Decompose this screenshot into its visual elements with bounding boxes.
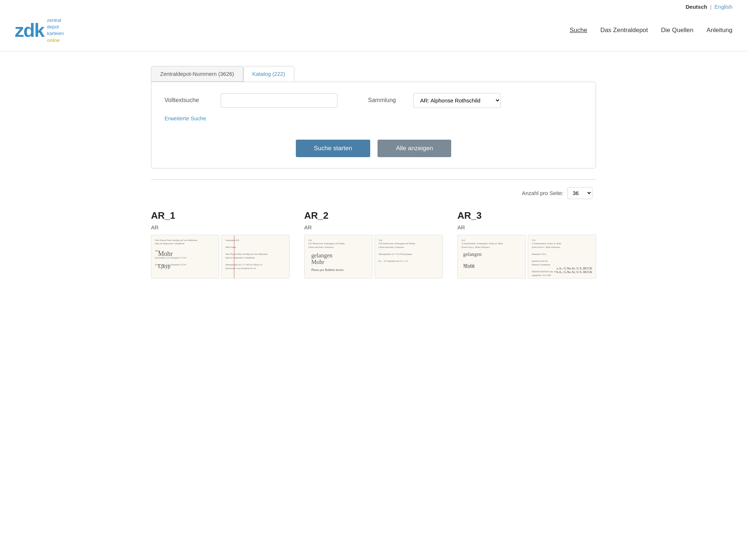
nav-zentraldepot[interactable]: Das Zentraldepot xyxy=(600,27,648,34)
result-image-ar3-1: A.R. A Zentraleinheit, Schätzigkeit, Sch… xyxy=(457,235,526,279)
card-sig2-ar2-1: Photo por Rabbits korter xyxy=(311,268,344,272)
card-text-ar2-2: Z.B. Z.B. Rückwesen, Schätzigkeit auf Te… xyxy=(379,239,441,263)
logo-online: online xyxy=(47,37,64,44)
results-grid: AR_1 AR Eine Flasche Wein, bestätigt auf… xyxy=(151,210,596,279)
logo-line2: depot xyxy=(47,24,64,30)
results-section: Anzahl pro Seite: 12 24 36 48 AR_1 AR Ei… xyxy=(151,179,596,279)
tab-katalog[interactable]: Katalog (222) xyxy=(243,66,294,82)
result-image-ar2-1: A.R. Z.B. Rückwesen, Schätzigkeit auf Te… xyxy=(304,235,372,279)
main-nav: Suche Das Zentraldepot Die Quellen Anlei… xyxy=(570,27,732,34)
result-collection-ar2: AR xyxy=(304,224,443,230)
result-title-ar1: AR_1 xyxy=(151,210,290,221)
result-collection-ar1: AR xyxy=(151,224,290,230)
nav-quellen[interactable]: Die Quellen xyxy=(661,27,693,34)
button-row: Suche starten Alle anzeigen xyxy=(165,140,582,157)
search-box: Volltextsuche Sammlung AR: Alphonse Roth… xyxy=(151,82,596,168)
result-item-ar1[interactable]: AR_1 AR Eine Flasche Wein, bestätigt auf… xyxy=(151,210,290,279)
tab-zentraldepot-nummern[interactable]: Zentraldepot-Nummern (3626) xyxy=(151,66,243,82)
main-header: zdk zentral depot karteien online Suche … xyxy=(0,13,747,51)
result-item-ar3[interactable]: AR_3 AR A.R. A Zentraleinheit, Schätzigk… xyxy=(457,210,596,279)
result-title-ar3: AR_3 xyxy=(457,210,596,221)
card-text-ar2-1: A.R. Z.B. Rückwesen, Schätzigkeit auf Te… xyxy=(308,239,370,249)
logo-line3: karteien xyxy=(47,30,64,37)
result-image-ar1-1: Eine Flasche Wein, bestätigt auf weis Mü… xyxy=(151,235,219,279)
search-row: Volltextsuche Sammlung AR: Alphonse Roth… xyxy=(165,93,582,108)
result-image-ar3-2: Z.B. A Zentraleinheit, Schutz al. Mohr (… xyxy=(528,235,596,279)
card-text-ar1-2: Sammlung H.R. Mohr Name Eine Flasche Wei… xyxy=(225,239,287,270)
alle-anzeigen-button[interactable]: Alle anzeigen xyxy=(378,140,451,157)
result-image-ar1-2: Sammlung H.R. Mohr Name Eine Flasche Wei… xyxy=(221,235,290,279)
nav-suche[interactable]: Suche xyxy=(570,27,587,34)
per-page-select[interactable]: 12 24 36 48 xyxy=(567,187,592,199)
volltextsuche-input[interactable] xyxy=(221,93,337,108)
result-images-ar3: A.R. A Zentraleinheit, Schätzigkeit, Sch… xyxy=(457,235,596,279)
card-signature-ar1-1: Mohr xyxy=(158,250,173,258)
card-sig2-ar3-1: Lmfi xyxy=(465,264,475,269)
lang-deutsch: Deutsch xyxy=(686,4,707,10)
result-images-ar1: Eine Flasche Wein, bestätigt auf weis Mü… xyxy=(151,235,290,279)
result-title-ar2: AR_2 xyxy=(304,210,443,221)
card-text-ar3-1: A.R. A Zentraleinheit, Schätzigkeit, Sch… xyxy=(461,239,523,249)
top-bar: Deutsch | English xyxy=(0,0,747,13)
result-collection-ar3: AR xyxy=(457,224,596,230)
per-page-label: Anzahl pro Seite: xyxy=(522,190,564,196)
erweiterte-suche-link[interactable]: Erweiterte Suche xyxy=(165,115,206,121)
card-sig2-ar1-1: Ljkyp xyxy=(158,264,170,269)
suche-starten-button[interactable]: Suche starten xyxy=(296,140,371,157)
logo-tagline: zentral depot karteien online xyxy=(47,17,64,44)
result-images-ar2: A.R. Z.B. Rückwesen, Schätzigkeit auf Te… xyxy=(304,235,443,279)
page-content: Zentraldepot-Nummern (3626) Katalog (222… xyxy=(136,51,611,293)
card-sig2-ar3-2: z.A.; G.No.Sr; U.S..BUCKv.A.; G.No Sr; U… xyxy=(557,267,592,274)
logo[interactable]: zdk zentral depot karteien online xyxy=(15,17,64,44)
result-item-ar2[interactable]: AR_2 AR A.R. Z.B. Rückwesen, Schätzigkei… xyxy=(304,210,443,279)
sammlung-select[interactable]: AR: Alphonse Rothschild Alle Sammlungen xyxy=(413,93,501,108)
tabs: Zentraldepot-Nummern (3626) Katalog (222… xyxy=(151,66,596,82)
result-image-ar2-2: Z.B. Z.B. Rückwesen, Schätzigkeit auf Te… xyxy=(375,235,443,279)
volltextsuche-label: Volltextsuche xyxy=(165,97,212,104)
nav-anleitung[interactable]: Anleitung xyxy=(707,27,732,34)
sammlung-label: Sammlung xyxy=(368,97,405,104)
lang-separator: | xyxy=(710,4,712,10)
logo-zdk-text: zdk xyxy=(15,21,44,40)
logo-line1: zentral xyxy=(47,17,64,24)
lang-english-link[interactable]: English xyxy=(715,4,732,10)
results-header: Anzahl pro Seite: 12 24 36 48 xyxy=(151,187,596,199)
card-sig-ar2-1: gelangenMohr xyxy=(311,252,333,265)
